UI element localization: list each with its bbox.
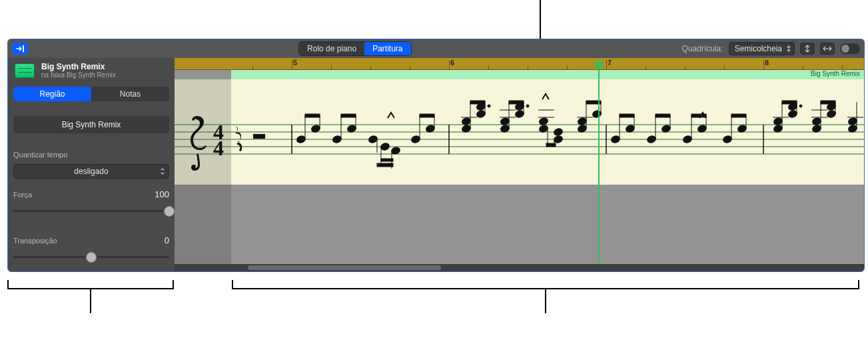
track-header: Big Synth Remix na faixa Big Synth Remix xyxy=(13,58,169,81)
quantize-time-value: desligado xyxy=(74,167,108,176)
svg-rect-22 xyxy=(341,114,356,117)
transpose-slider[interactable] xyxy=(13,251,169,264)
svg-point-71 xyxy=(610,135,620,144)
region-lane-name: Big Synth Remix xyxy=(811,70,860,77)
svg-rect-29 xyxy=(377,163,393,167)
rests xyxy=(235,126,265,151)
svg-point-62 xyxy=(553,135,563,144)
quantize-time-label: Quantizar tempo xyxy=(13,151,169,159)
svg-rect-12 xyxy=(253,134,265,139)
catch-icon xyxy=(15,45,25,53)
view-mode-segmented: Rolo de piano Partitura xyxy=(298,41,411,56)
svg-point-49 xyxy=(488,105,490,107)
svg-point-25 xyxy=(380,142,390,151)
svg-point-31 xyxy=(410,135,420,144)
score-below-area xyxy=(175,185,864,264)
svg-point-13 xyxy=(296,135,306,144)
vertical-zoom-fit-button[interactable] xyxy=(800,43,815,55)
inspector-tabs: Região Notas xyxy=(13,87,169,101)
quantize-time-select[interactable]: desligado xyxy=(13,164,169,179)
svg-point-106 xyxy=(826,109,836,119)
catch-playhead-button[interactable] xyxy=(12,43,28,55)
bar-number: 6 xyxy=(450,59,454,67)
svg-rect-64 xyxy=(546,143,556,147)
svg-rect-90 xyxy=(731,114,746,117)
svg-text:4: 4 xyxy=(213,136,224,160)
grid-label: Quadrícula: xyxy=(682,44,723,53)
transpose-value: 0 xyxy=(165,235,169,245)
svg-rect-85 xyxy=(691,114,706,117)
bar-number: 8 xyxy=(765,59,769,67)
inspector-tab-region[interactable]: Região xyxy=(13,87,91,101)
bar-number: 5 xyxy=(293,59,297,67)
svg-point-86 xyxy=(722,135,732,144)
svg-point-68 xyxy=(592,109,602,119)
svg-rect-30 xyxy=(381,159,393,161)
svg-point-61 xyxy=(553,127,563,137)
horizontal-scrollbar[interactable] xyxy=(175,264,864,271)
playhead[interactable] xyxy=(598,70,600,264)
playhead-marker-icon xyxy=(595,61,603,69)
svg-point-57 xyxy=(526,105,529,107)
region-name-button[interactable]: Big Synth Remix xyxy=(13,116,169,133)
callout-leader-top xyxy=(540,0,541,39)
score-editor-panel: Rolo de piano Partitura Quadrícula: Semi… xyxy=(7,39,865,272)
svg-point-98 xyxy=(787,109,797,119)
midi-in-switch[interactable] xyxy=(840,43,860,54)
horizontal-scrollbar-thumb[interactable] xyxy=(248,265,441,270)
tab-piano-roll[interactable]: Rolo de piano xyxy=(299,42,364,55)
tab-score[interactable]: Partitura xyxy=(364,42,410,55)
bar-ruler[interactable]: 5 6 7 8 xyxy=(175,58,864,70)
svg-rect-35 xyxy=(420,114,434,117)
inspector-panel: Big Synth Remix na faixa Big Synth Remix… xyxy=(8,58,175,271)
treble-clef-icon xyxy=(191,116,207,171)
inspector-tab-notes[interactable]: Notas xyxy=(91,87,169,101)
svg-rect-17 xyxy=(305,114,320,117)
vzoom-icon xyxy=(803,45,811,53)
svg-point-76 xyxy=(646,135,656,144)
track-subtitle: na faixa Big Synth Remix xyxy=(41,71,116,79)
transpose-label: Transposição xyxy=(13,237,57,245)
svg-rect-48 xyxy=(470,101,485,104)
svg-rect-56 xyxy=(509,101,524,104)
svg-rect-0 xyxy=(23,45,24,52)
svg-point-53 xyxy=(514,109,524,119)
strength-label: Força xyxy=(13,191,32,199)
svg-rect-101 xyxy=(782,101,797,104)
time-signature: 4 4 xyxy=(213,120,224,160)
track-title: Big Synth Remix xyxy=(41,62,116,71)
track-instrument-icon xyxy=(15,63,35,78)
notation-svg: 4 4 xyxy=(175,79,864,185)
svg-point-102 xyxy=(799,105,802,107)
bar-number: 7 xyxy=(608,59,612,67)
svg-point-45 xyxy=(476,109,486,119)
strength-value: 100 xyxy=(155,189,169,199)
svg-point-23 xyxy=(368,135,378,144)
horizontal-auto-zoom-button[interactable] xyxy=(820,43,835,55)
callout-brackets xyxy=(0,280,868,320)
svg-point-81 xyxy=(682,135,692,144)
svg-rect-109 xyxy=(821,101,835,104)
svg-rect-75 xyxy=(620,114,634,117)
svg-point-18 xyxy=(332,135,342,144)
region-lane[interactable]: Big Synth Remix xyxy=(231,70,864,79)
editor-body: Big Synth Remix na faixa Big Synth Remix… xyxy=(8,58,864,271)
strength-slider[interactable] xyxy=(13,205,169,218)
score-display[interactable]: 5 6 7 8 xyxy=(175,58,864,271)
editor-toolbar: Rolo de piano Partitura Quadrícula: Semi… xyxy=(8,39,864,58)
svg-rect-80 xyxy=(655,114,670,117)
hzoom-icon xyxy=(823,45,832,52)
grid-value: Semicolcheia xyxy=(735,44,782,53)
grid-select[interactable]: Semicolcheia xyxy=(729,42,795,55)
